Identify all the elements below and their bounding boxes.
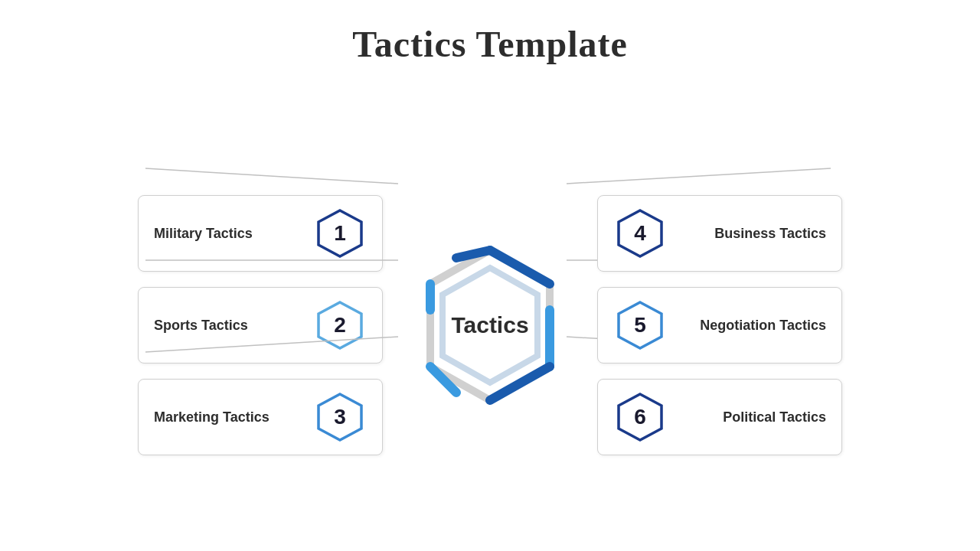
hex-num-2: 2 [334, 313, 346, 337]
hex-badge-6: 6 [613, 390, 667, 444]
card-marketing: Marketing Tactics 3 [138, 379, 383, 455]
hex-badge-1: 1 [313, 207, 367, 260]
hex-badge-5: 5 [613, 298, 667, 352]
card-negotiation: 5 Negotiation Tactics [597, 287, 842, 364]
main-layout: Military Tactics 1 Sports Tactics 2 Mark… [0, 99, 980, 551]
right-column: 4 Business Tactics 5 Negotiation Tactics… [597, 195, 842, 455]
page-title: Tactics Template [0, 0, 980, 65]
card-political-label: Political Tactics [723, 409, 826, 425]
left-column: Military Tactics 1 Sports Tactics 2 Mark… [138, 195, 383, 455]
card-negotiation-label: Negotiation Tactics [700, 318, 826, 334]
hex-num-4: 4 [634, 221, 646, 246]
center-label: Tactics [451, 312, 528, 338]
card-marketing-label: Marketing Tactics [154, 409, 270, 425]
card-political: 6 Political Tactics [597, 379, 842, 455]
hex-badge-2: 2 [313, 298, 367, 352]
card-business: 4 Business Tactics [597, 195, 842, 272]
center-hexagon: Tactics [413, 241, 567, 409]
hex-num-1: 1 [334, 221, 346, 246]
svg-line-3 [145, 168, 398, 184]
card-military-label: Military Tactics [154, 226, 253, 242]
center-area: Tactics [406, 233, 574, 417]
hex-badge-3: 3 [313, 390, 367, 444]
card-business-label: Business Tactics [714, 226, 826, 242]
card-military: Military Tactics 1 [138, 195, 383, 272]
hex-badge-4: 4 [613, 207, 667, 260]
hex-num-3: 3 [334, 405, 346, 429]
svg-line-7 [567, 168, 831, 184]
card-sports-label: Sports Tactics [154, 318, 248, 334]
hex-num-6: 6 [634, 405, 646, 429]
hex-num-5: 5 [634, 313, 646, 337]
card-sports: Sports Tactics 2 [138, 287, 383, 364]
